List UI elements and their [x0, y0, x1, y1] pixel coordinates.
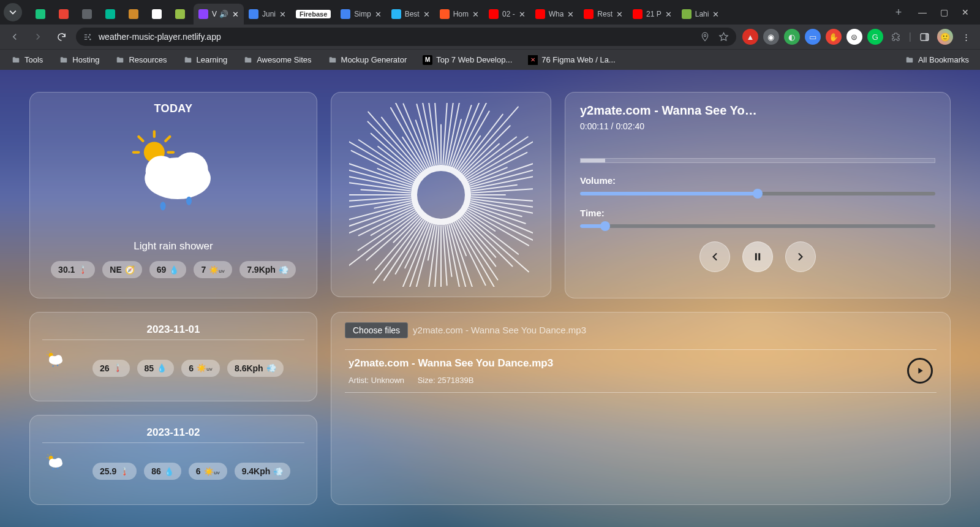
weather-icon-sun-cloud-rain — [121, 126, 225, 230]
time-label: Time: — [580, 208, 935, 218]
extension-icon[interactable]: ▲ — [742, 29, 758, 45]
browser-menu-button[interactable]: ⋮ — [958, 29, 974, 45]
stat-chip: 9.4Kph💨 — [235, 463, 291, 480]
browser-tab[interactable]: Firebase — [291, 4, 336, 25]
close-tab-icon[interactable]: ✕ — [472, 10, 479, 19]
file-input[interactable]: Choose files y2mate.com - Wanna See You … — [345, 322, 937, 338]
sidepanel-button[interactable] — [916, 29, 932, 45]
tab-strip: V🔊✕Juni✕FirebaseSimp✕Best✕Hom✕02 -✕Wha✕R… — [26, 0, 888, 25]
svg-point-5 — [89, 39, 91, 40]
window-controls: — ▢ ✕ — [907, 7, 980, 17]
time-slider[interactable] — [580, 224, 935, 228]
bookmark-item[interactable]: Mockup Generator — [324, 53, 411, 67]
active-tab[interactable]: V🔊✕ — [194, 4, 244, 25]
progress-bar[interactable] — [580, 158, 935, 163]
pause-button[interactable] — [742, 241, 773, 272]
svg-line-81 — [368, 121, 419, 173]
stat-chip: 25.9🌡️ — [92, 463, 137, 480]
extension-icon[interactable]: ⊜ — [846, 29, 862, 45]
play-track-button[interactable] — [907, 358, 933, 384]
svg-point-19 — [186, 197, 192, 205]
browser-tab[interactable]: Hom✕ — [435, 4, 484, 25]
stat-chip: 7.9Kph💨 — [239, 261, 296, 278]
browser-tab[interactable] — [170, 4, 194, 25]
location-icon[interactable] — [700, 32, 710, 42]
bookmark-item[interactable]: Hosting — [55, 53, 103, 67]
browser-tab[interactable] — [124, 4, 147, 25]
url-text: weather-music-player.netlify.app — [99, 32, 221, 42]
extension-icon[interactable]: G — [867, 29, 883, 45]
extension-icon[interactable]: ▭ — [805, 29, 821, 45]
forecast-card: 2023-11-02 25.9🌡️86💧6☀️ᵤᵥ9.4Kph💨 — [29, 415, 317, 505]
close-tab-icon[interactable]: ✕ — [423, 10, 430, 19]
forecast-date: 2023-11-01 — [42, 320, 304, 340]
svg-point-124 — [49, 355, 56, 362]
browser-tab[interactable] — [147, 4, 170, 25]
playback-time: 0:00:11 / 0:02:40 — [580, 121, 935, 131]
browser-tab[interactable]: Juni✕ — [244, 4, 291, 25]
svg-line-12 — [138, 137, 143, 141]
extension-icon[interactable]: ◐ — [784, 29, 800, 45]
prev-button[interactable] — [699, 241, 730, 272]
svg-point-133 — [49, 459, 56, 466]
new-tab-button[interactable]: + — [890, 4, 907, 21]
browser-tab[interactable] — [31, 4, 54, 25]
track-artist: Artist: Unknown — [349, 376, 404, 385]
browser-tab[interactable]: Rest✕ — [579, 4, 628, 25]
reload-button[interactable] — [53, 28, 70, 45]
bookmark-star-icon[interactable] — [718, 32, 729, 42]
close-tab-icon[interactable]: ✕ — [665, 10, 672, 19]
close-tab-icon[interactable]: ✕ — [519, 10, 526, 19]
close-tab-icon[interactable]: ✕ — [616, 10, 623, 19]
forward-button[interactable] — [29, 28, 47, 45]
svg-line-55 — [374, 219, 423, 282]
bookmark-item[interactable]: Resources — [111, 53, 170, 67]
address-bar[interactable]: weather-music-player.netlify.app — [76, 28, 736, 46]
choose-files-button[interactable]: Choose files — [345, 322, 408, 338]
svg-point-126 — [53, 365, 54, 367]
audio-visualizer-icon — [349, 103, 533, 287]
player-controls — [580, 241, 935, 272]
bookmark-item[interactable]: Tools — [7, 53, 47, 67]
browser-tab[interactable]: Wha✕ — [530, 4, 579, 25]
tabs-dropdown-button[interactable] — [4, 3, 22, 21]
volume-slider[interactable] — [580, 192, 935, 195]
close-tab-icon[interactable]: ✕ — [712, 10, 719, 19]
svg-rect-0 — [85, 34, 87, 35]
bookmark-item[interactable]: ✕76 Figma Web / La... — [524, 53, 619, 67]
bookmark-item[interactable]: Awesome Sites — [239, 53, 315, 67]
svg-line-13 — [165, 137, 170, 141]
track-name: y2mate.com - Wanna See You Dance.mp3 — [349, 357, 907, 370]
close-tab-icon[interactable]: ✕ — [375, 10, 382, 19]
browser-tab[interactable] — [100, 4, 124, 25]
browser-tab[interactable]: Lahi✕ — [677, 4, 725, 25]
back-button[interactable] — [6, 28, 23, 45]
all-bookmarks-button[interactable]: All Bookmarks — [901, 53, 973, 67]
svg-point-6 — [704, 34, 706, 36]
close-tab-icon[interactable]: ✕ — [567, 10, 574, 19]
minimize-button[interactable]: — — [918, 7, 927, 17]
close-window-button[interactable]: ✕ — [962, 7, 969, 17]
browser-tab[interactable] — [77, 4, 100, 25]
track-size: Size: 2571839B — [418, 376, 474, 385]
extensions-button[interactable] — [888, 29, 904, 45]
bookmark-item[interactable]: MTop 7 Web Develop... — [419, 53, 516, 67]
stat-chip: 69💧 — [149, 261, 187, 278]
extension-icon[interactable]: ◉ — [763, 29, 779, 45]
browser-tab[interactable] — [54, 4, 77, 25]
profile-avatar[interactable]: 🙂 — [937, 29, 953, 45]
browser-tab[interactable]: Best✕ — [386, 4, 435, 25]
browser-tab[interactable]: 02 -✕ — [484, 4, 530, 25]
browser-toolbar: weather-music-player.netlify.app ▲ ◉ ◐ ▭… — [0, 25, 980, 49]
close-tab-icon[interactable]: ✕ — [279, 10, 286, 19]
svg-point-3 — [89, 34, 91, 36]
maximize-button[interactable]: ▢ — [940, 7, 948, 17]
bookmark-item[interactable]: Learning — [179, 53, 232, 67]
browser-tab[interactable]: 21 P✕ — [628, 4, 677, 25]
next-button[interactable] — [785, 241, 816, 272]
weather-icon-sun-cloud-rain — [42, 452, 81, 491]
browser-tab[interactable]: Simp✕ — [336, 4, 386, 25]
close-tab-icon[interactable]: ✕ — [232, 10, 239, 19]
extension-icon[interactable]: ✋ — [826, 29, 842, 45]
svg-line-100 — [454, 103, 489, 167]
